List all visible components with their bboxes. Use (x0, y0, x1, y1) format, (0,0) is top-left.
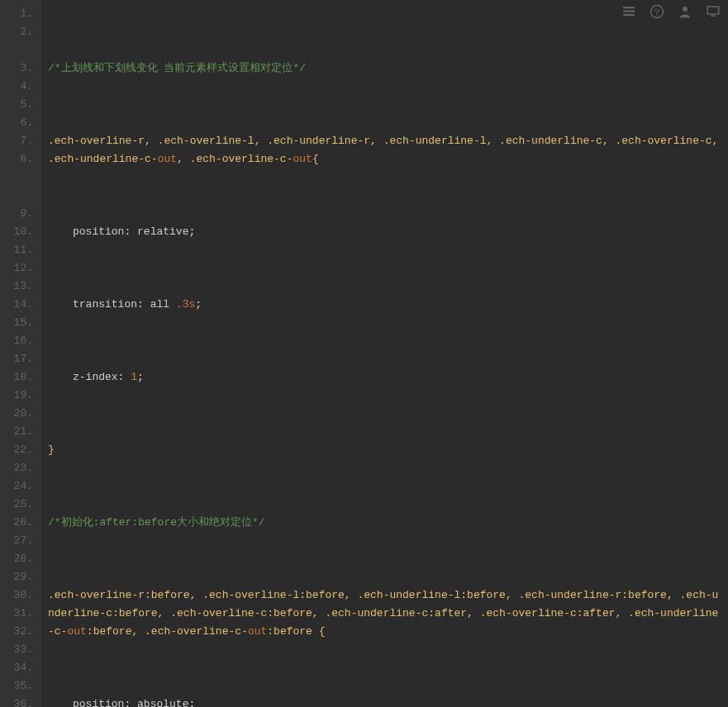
svg-rect-0 (623, 7, 635, 8)
line-number: 4. (3, 78, 33, 96)
code-line: /*上划线和下划线变化 当前元素样式设置相对定位*/ (48, 59, 725, 78)
colon: : (118, 371, 131, 383)
line-number: 30. (3, 586, 33, 605)
line-number: 3. (3, 59, 33, 78)
property: transition (73, 298, 137, 311)
line-number: 24. (3, 477, 33, 496)
code-line: .ech-overline-r, .ech-overline-l, .ech-u… (48, 132, 725, 168)
semicolon: ; (188, 225, 195, 238)
comment: /*上划线和下划线变化 当前元素样式设置相对定位*/ (48, 62, 306, 74)
line-number: 31. (3, 605, 33, 623)
line-number: 19. (3, 387, 33, 405)
line-number: 35. (3, 677, 33, 695)
code-line: position: relative; (48, 223, 725, 241)
selector: :before { (267, 625, 325, 638)
keyword-out: ut (74, 625, 87, 638)
monitor-icon[interactable] (705, 3, 721, 20)
number: 1 (131, 371, 137, 383)
code-line: position: absolute; (48, 695, 725, 707)
line-number: 34. (3, 659, 33, 677)
line-number: 17. (3, 350, 33, 368)
line-number: 13. (3, 278, 33, 296)
selector: .ech-overline-r, .ech-overline-l, .ech-u… (48, 135, 725, 165)
line-number: 23. (3, 459, 33, 477)
svg-rect-6 (707, 7, 719, 14)
code-editor: ? 1. 2. 3. 4. 5. 6. 7. 8. 9. 10. 11. 12.… (0, 0, 728, 707)
user-icon[interactable] (677, 3, 693, 20)
list-icon[interactable] (621, 3, 637, 20)
line-number: 18. (3, 368, 33, 387)
property: z-index (73, 371, 118, 383)
colon: : (124, 698, 137, 707)
line-number: 7. (3, 132, 33, 150)
line-number: 10. (3, 223, 33, 241)
svg-point-5 (683, 7, 688, 12)
brace-close: } (48, 444, 55, 456)
code-line: .ech-overline-r:before, .ech-overline-l:… (48, 586, 725, 641)
colon: : (137, 298, 150, 311)
semicolon: ; (195, 298, 202, 311)
line-number: 1. (3, 5, 33, 23)
line-number: 8. (3, 150, 33, 168)
value: absolute (137, 698, 188, 707)
line-number: 12. (3, 259, 33, 278)
line-number: 28. (3, 550, 33, 568)
svg-rect-1 (623, 11, 635, 12)
line-number (3, 41, 33, 59)
semicolon: ; (188, 698, 195, 707)
line-number-gutter: 1. 2. 3. 4. 5. 6. 7. 8. 9. 10. 11. 12. 1… (0, 0, 41, 707)
line-number: 25. (3, 496, 33, 514)
selector: :before, .ech-overline-c- (87, 625, 248, 638)
keyword-out: out (293, 153, 312, 165)
value: all (150, 298, 176, 311)
line-number: 14. (3, 296, 33, 314)
property: position (73, 225, 124, 238)
line-number: 36. (3, 695, 33, 707)
line-number (3, 168, 33, 187)
line-number: 22. (3, 441, 33, 459)
line-number: 11. (3, 241, 33, 259)
line-number: 32. (3, 623, 33, 641)
property: position (73, 698, 124, 707)
line-number: 29. (3, 568, 33, 586)
code-line: /*初始化:after:before大小和绝对定位*/ (48, 514, 725, 532)
line-number: 2. (3, 23, 33, 41)
semicolon: ; (137, 371, 144, 383)
line-number: 16. (3, 332, 33, 350)
line-number: 9. (3, 205, 33, 223)
svg-text:?: ? (654, 7, 659, 17)
number: .3s (176, 298, 195, 311)
code-line: z-index: 1; (48, 368, 725, 387)
line-number: 15. (3, 314, 33, 332)
help-icon[interactable]: ? (649, 3, 665, 20)
line-number: 5. (3, 96, 33, 114)
line-number: 20. (3, 405, 33, 423)
code-line: } (48, 441, 725, 459)
code-line: transition: all .3s; (48, 296, 725, 314)
line-number: 27. (3, 532, 33, 550)
svg-rect-2 (623, 14, 635, 16)
selector: , .ech-overline-c- (177, 153, 293, 165)
line-number: 26. (3, 514, 33, 532)
line-number: 33. (3, 641, 33, 659)
code-area[interactable]: /*上划线和下划线变化 当前元素样式设置相对定位*/ .ech-overline… (41, 0, 728, 707)
keyword-out: out (158, 153, 177, 165)
line-number (3, 187, 33, 205)
comment: /*初始化:after:before大小和绝对定位*/ (48, 516, 265, 529)
brace-open: { (312, 153, 319, 165)
keyword-out: out (248, 625, 267, 638)
editor-toolbar: ? (621, 3, 721, 20)
line-number: 21. (3, 423, 33, 441)
colon: : (124, 225, 137, 238)
value: relative (137, 225, 188, 238)
svg-rect-7 (711, 16, 716, 17)
line-number: 6. (3, 114, 33, 132)
